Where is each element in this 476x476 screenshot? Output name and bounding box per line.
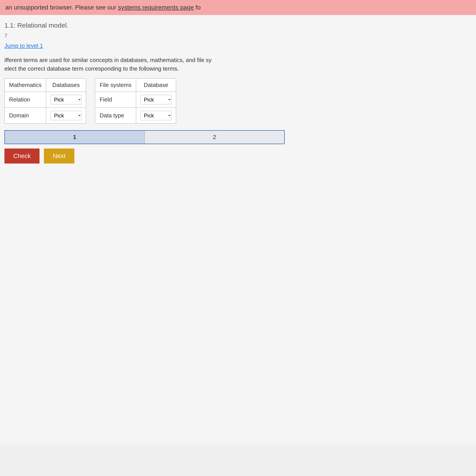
table-row: Relation Pick Table Column Row Attribute… [5,92,86,108]
domain-pick-select[interactable]: Pick Table Column Row Attribute Tuple Re… [51,111,82,120]
pagination-bar: 1 2 [4,130,285,144]
unsupported-browser-banner: an unsupported browser. Please see our s… [0,0,476,15]
buttons-row: Check Next [4,149,472,164]
domain-term: Domain [5,108,46,124]
jump-to-level-link[interactable]: Jump to level 1 [4,42,43,49]
math-col-header: Mathematics [5,79,46,92]
page-2-item[interactable]: 2 [145,131,285,144]
systems-requirements-link[interactable]: systems requirements page [118,4,194,11]
description-line2: elect the correct database term correspo… [4,65,472,73]
datatype-pick-select[interactable]: Pick Table Column Row Attribute Tuple Re… [141,111,171,120]
field-pick-cell: Pick Table Column Row Attribute Tuple Re… [136,92,176,108]
section-title: 1.1: Relational model. [4,22,472,29]
domain-pick-cell: Pick Table Column Row Attribute Tuple Re… [46,108,86,124]
description: ifferent terms are used for similar conc… [4,56,472,73]
datatype-term: Data type [95,108,136,124]
page-1-item[interactable]: 1 [5,131,145,144]
description-line1: ifferent terms are used for similar conc… [4,56,472,65]
table-row: Data type Pick Table Column Row Attribut… [95,108,176,124]
banner-text: an unsupported browser. Please see our [5,4,118,11]
relation-pick-cell: Pick Table Column Row Attribute Tuple Re… [46,92,86,108]
datatype-pick-cell: Pick Table Column Row Attribute Tuple Re… [136,108,176,124]
database-col-header: Database [136,79,176,92]
filesystems-col-header: File systems [95,79,136,92]
table-row: Domain Pick Table Column Row Attribute T… [5,108,86,124]
check-button[interactable]: Check [4,149,39,164]
databases-col-header: Databases [46,79,86,92]
section-number: 7 [4,33,472,39]
filesystems-databases-table: File systems Database Field Pick Table C… [95,78,176,124]
relation-pick-select[interactable]: Pick Table Column Row Attribute Tuple Re… [51,95,82,104]
math-databases-table: Mathematics Databases Relation Pick Tabl… [4,78,86,124]
next-button[interactable]: Next [44,149,74,164]
field-pick-select[interactable]: Pick Table Column Row Attribute Tuple Re… [141,95,171,104]
banner-text-after: fo [194,4,201,11]
field-term: Field [95,92,136,108]
tables-container: Mathematics Databases Relation Pick Tabl… [4,78,472,124]
relation-term: Relation [5,92,46,108]
main-content: 1.1: Relational model. 7 Jump to level 1… [0,15,476,443]
table-row: Field Pick Table Column Row Attribute Tu… [95,92,176,108]
